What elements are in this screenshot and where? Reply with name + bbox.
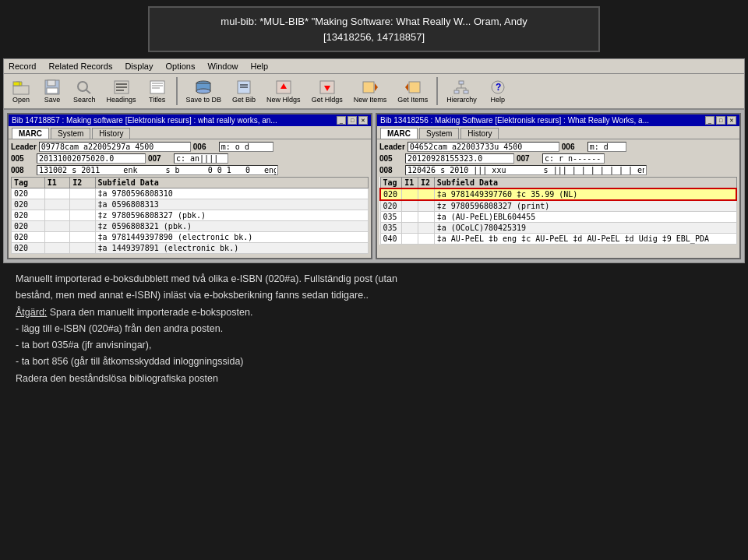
left-col-subfield: Subfield Data [95, 178, 368, 188]
left-005-label: 005 [11, 154, 34, 163]
table-row[interactable]: 040‡a AU-PeEL ‡b eng ‡c AU-PeEL ‡d AU-Pe… [380, 234, 736, 245]
i2-cell [70, 188, 95, 199]
headings-button[interactable]: Headings [103, 76, 140, 106]
left-007-input[interactable] [174, 153, 228, 164]
menu-record[interactable]: Record [7, 61, 37, 72]
header-banner: mul-bib: *MUL-BIB* "Making Software: Wha… [148, 6, 600, 52]
left-marc-table: Tag I1 I2 Subfield Data 020‡a 9780596808… [11, 177, 369, 254]
left-window-title: Bib 14718857 : Making software [Elektron… [12, 116, 337, 125]
i1-cell [402, 200, 418, 212]
right-f006-input[interactable] [587, 142, 626, 152]
get-bib-button[interactable]: Get Bib [228, 76, 259, 106]
right-tab-history[interactable]: History [460, 128, 499, 139]
search-button[interactable]: Search [69, 76, 100, 106]
svg-marker-27 [375, 83, 378, 91]
left-005-input[interactable] [37, 153, 146, 164]
left-tab-history[interactable]: History [92, 128, 130, 139]
right-tab-marc[interactable]: MARC [380, 128, 418, 139]
left-leader-input[interactable] [39, 142, 191, 152]
new-hldgs-icon [274, 79, 293, 96]
right-col-i2: I2 [418, 178, 435, 189]
i1-cell [402, 188, 418, 200]
right-007-input[interactable] [542, 153, 605, 164]
search-icon [75, 79, 94, 96]
right-005-input[interactable] [405, 153, 514, 164]
bottom-line6: - ta bort 856 (går till åtkomsskyddad in… [16, 354, 732, 370]
right-tab-system[interactable]: System [419, 128, 459, 139]
menu-help[interactable]: Help [249, 61, 270, 72]
right-008-input[interactable] [405, 165, 647, 175]
subfield-cell: ‡a 1449397891 (electronic bk.) [95, 243, 368, 254]
table-row[interactable]: 020‡z 9780596808327 (print) [380, 200, 736, 212]
save-label: Save [44, 96, 61, 104]
menu-related-records[interactable]: Related Records [47, 61, 114, 72]
subfield-cell: ‡a (AU-PeEL)EBL604455 [434, 212, 736, 223]
right-maximize[interactable]: □ [716, 116, 725, 125]
right-leader-input[interactable] [408, 142, 559, 152]
i1-cell [402, 223, 418, 234]
get-items-button[interactable]: Get Items [393, 76, 432, 106]
help-icon: ? [489, 79, 507, 96]
table-row[interactable]: 020‡z 9780596808327 (pbk.) [12, 210, 369, 221]
help-button[interactable]: ? Help [484, 76, 512, 106]
save-to-db-icon [194, 79, 213, 96]
svg-rect-26 [363, 82, 374, 93]
save-to-db-button[interactable]: Save to DB [182, 76, 226, 106]
right-close[interactable]: ✕ [727, 116, 736, 125]
left-f006-input[interactable] [219, 142, 273, 152]
table-row[interactable]: 020‡a 9781449397890 (electronic bk.) [12, 232, 369, 243]
menu-window[interactable]: Window [206, 61, 239, 72]
headings-label: Headings [107, 96, 136, 104]
open-button[interactable]: Open [7, 76, 35, 106]
subfield-cell: ‡a 9781449397760 ‡c 35.99 (NL) [434, 188, 736, 200]
tag-cell: 020 [12, 210, 45, 221]
left-leader-label: Leader [11, 143, 37, 151]
subfield-cell: ‡a 9780596808310 [95, 188, 368, 199]
new-items-label: New Items [354, 96, 387, 104]
svg-marker-29 [405, 83, 408, 91]
bottom-line3-suffix: Spara den manuellt importerade e-bokspos… [47, 307, 252, 318]
left-tab-marc[interactable]: MARC [12, 128, 49, 139]
save-button[interactable]: Save [38, 76, 66, 106]
table-row[interactable]: 020‡a 0596808313 [12, 199, 369, 210]
left-008-input[interactable] [37, 165, 278, 175]
left-maximize[interactable]: □ [348, 116, 357, 125]
tag-cell: 035 [380, 223, 402, 234]
subfield-cell: ‡a 9781449397890 (electronic bk.) [95, 232, 368, 243]
titles-button[interactable]: Titles [143, 76, 171, 106]
svg-rect-32 [464, 90, 468, 93]
get-items-icon [404, 79, 422, 96]
i1-cell [44, 199, 69, 210]
i1-cell [402, 212, 418, 223]
get-hldgs-button[interactable]: Get Hldgs [308, 76, 347, 106]
i2-cell [418, 188, 435, 200]
table-row[interactable]: 035‡a (AU-PeEL)EBL604455 [380, 212, 736, 223]
i2-cell [70, 210, 95, 221]
header-title-line2: [13418256, 14718857] [159, 30, 589, 45]
hierarchy-icon [452, 79, 471, 96]
subfield-cell: ‡a AU-PeEL ‡b eng ‡c AU-PeEL ‡d AU-PeEL … [434, 234, 736, 245]
right-007-label: 007 [517, 154, 540, 163]
hierarchy-button[interactable]: Hierarchy [443, 76, 481, 106]
left-tab-system[interactable]: System [51, 128, 90, 139]
bottom-line3-prefix: Åtgärd: [16, 307, 47, 318]
save-to-db-label: Save to DB [186, 96, 222, 104]
menu-display[interactable]: Display [123, 61, 154, 72]
right-minimize[interactable]: _ [705, 116, 714, 125]
svg-line-7 [86, 90, 90, 93]
left-close[interactable]: ✕ [358, 116, 368, 125]
table-row[interactable]: 020‡a 9780596808310 [12, 188, 369, 199]
menu-options[interactable]: Options [164, 61, 196, 72]
marc-window-right: Bib 13418256 : Making Software [Elektron… [376, 113, 741, 259]
new-hldgs-button[interactable]: New Hldgs [263, 76, 305, 106]
table-row[interactable]: 020‡z 0596808321 (pbk.) [12, 221, 369, 232]
bottom-line7: Radera den beståndslösa bibliografiska p… [16, 371, 732, 387]
right-005-row: 005 007 [379, 153, 737, 164]
left-minimize[interactable]: _ [337, 116, 346, 125]
table-row[interactable]: 035‡a (OCoLC)780425319 [380, 223, 736, 234]
new-items-button[interactable]: New Items [350, 76, 391, 106]
table-row[interactable]: 020‡a 9781449397760 ‡c 35.99 (NL) [380, 188, 736, 200]
tag-cell: 020 [12, 232, 45, 243]
table-row[interactable]: 020‡a 1449397891 (electronic bk.) [12, 243, 369, 254]
right-window-title: Bib 13418256 : Making Software [Elektron… [380, 116, 705, 125]
